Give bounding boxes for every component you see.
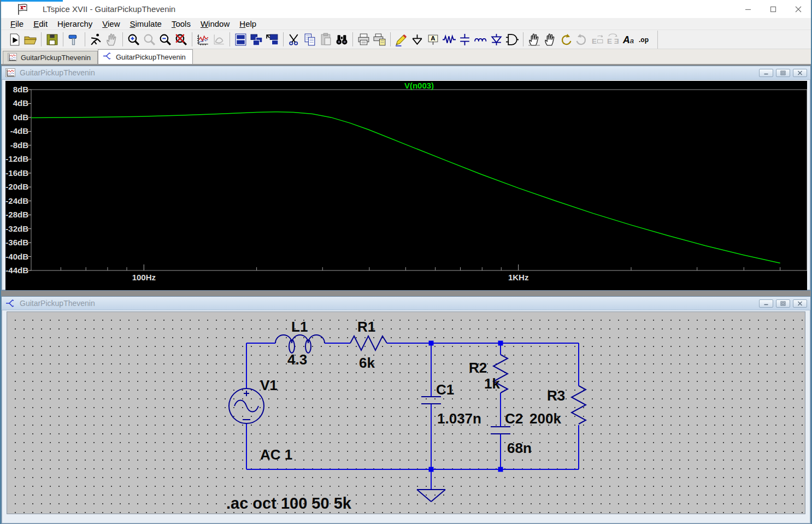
ltspice-logo-icon <box>16 3 30 16</box>
ground-icon[interactable] <box>409 32 425 48</box>
open-folder-icon[interactable] <box>22 32 38 48</box>
label-R3-value[interactable]: 200k <box>529 410 561 427</box>
window-title: LTspice XVII - GuitarPickupThevenin <box>43 4 175 14</box>
y-axis-tick-label: -8dB <box>5 140 28 150</box>
tab-bar: GuitarPickupTheveninGuitarPickupThevenin <box>1 49 811 64</box>
toolbar-separator <box>122 32 123 46</box>
plot-pane-icon <box>211 32 227 48</box>
schematic-canvas[interactable]: L1 4.3 R1 6k V1 AC 1 C1 1.037n R2 1k C2 … <box>7 311 805 514</box>
zoom-full-extents-icon[interactable] <box>173 32 189 48</box>
label-C2-ref[interactable]: C2 <box>505 410 523 427</box>
plot-close-button[interactable] <box>793 69 807 77</box>
svg-text:E Ǝ: E Ǝ <box>607 37 619 45</box>
trace-label[interactable]: V(n003) <box>31 81 807 90</box>
y-axis-tick-label: -12dB <box>5 154 28 163</box>
drag-icon[interactable] <box>542 32 558 48</box>
zoom-fit-icon <box>142 32 157 48</box>
menu-hierarchy[interactable]: Hierarchy <box>52 18 97 30</box>
print-icon[interactable] <box>356 32 372 48</box>
label-C1-ref[interactable]: C1 <box>436 381 454 398</box>
undo-icon[interactable] <box>558 32 574 48</box>
maximize-button[interactable] <box>761 0 786 18</box>
wire-icon[interactable] <box>393 32 409 48</box>
trace-V(n003) <box>31 112 780 263</box>
plot-restore-button[interactable] <box>776 69 790 77</box>
waveform-window-titlebar[interactable]: GuitarPickupThevenin <box>2 66 810 80</box>
run-icon[interactable] <box>88 32 104 48</box>
waveform-window-title: GuitarPickupThevenin <box>20 68 95 77</box>
resistor-icon[interactable] <box>441 32 457 48</box>
component-icon[interactable] <box>504 32 520 48</box>
schem-close-button[interactable] <box>793 299 807 308</box>
toolbar-separator <box>85 32 85 46</box>
label-V1-ref[interactable]: V1 <box>260 377 278 394</box>
bode-plot[interactable] <box>5 81 807 290</box>
svg-text:A: A <box>431 35 435 42</box>
waveform-window-icon <box>5 68 15 77</box>
label-L1-ref[interactable]: L1 <box>291 319 308 335</box>
cascade-icon[interactable] <box>264 32 280 48</box>
tile-horizontal-icon[interactable] <box>233 32 249 48</box>
toolbar: AEE ƎAa.op <box>1 30 811 49</box>
y-axis-tick-label: -36dB <box>5 238 28 247</box>
label-R1-ref[interactable]: R1 <box>357 319 375 335</box>
plot-settings-icon[interactable] <box>195 32 211 48</box>
label-R2-value[interactable]: 1k <box>484 375 500 392</box>
waveform-plot-area[interactable]: V(n003) 8dB4dB0dB-4dB-8dB-12dB-16dB-20dB… <box>5 81 807 290</box>
svg-text:A: A <box>622 34 630 45</box>
schem-restore-button[interactable] <box>776 299 790 308</box>
capacitor-icon[interactable] <box>457 32 473 48</box>
menu-bar: FileEditHierarchyViewSimulateToolsWindow… <box>1 18 811 30</box>
label-L1-value[interactable]: 4.3 <box>287 351 307 368</box>
cut-icon[interactable] <box>286 32 302 48</box>
move-icon[interactable] <box>526 32 542 48</box>
ltspice-main-window: LTspice XVII - GuitarPickupThevenin File… <box>0 0 812 524</box>
label-R3-ref[interactable]: R3 <box>547 387 565 404</box>
toolbar-separator <box>352 32 353 46</box>
diode-icon[interactable] <box>489 32 504 48</box>
minimize-button[interactable] <box>735 0 761 18</box>
label-C2-value[interactable]: 68n <box>507 440 532 457</box>
schematic-window-icon <box>5 299 15 308</box>
svg-text:a: a <box>630 36 634 44</box>
text-icon[interactable]: Aa <box>621 32 637 48</box>
tab-waveform[interactable]: GuitarPickupThevenin <box>3 51 98 64</box>
menu-window[interactable]: Window <box>196 18 234 30</box>
spice-directive-text[interactable]: .ac oct 100 50 5k <box>226 494 351 513</box>
paste-icon <box>318 32 334 48</box>
schem-minimize-button[interactable] <box>759 299 773 308</box>
y-axis-tick-label: -40dB <box>5 252 28 261</box>
copy-icon[interactable] <box>302 32 318 48</box>
y-axis-tick-label: -4dB <box>5 126 28 136</box>
redo-icon <box>574 32 590 48</box>
menu-edit[interactable]: Edit <box>28 18 52 30</box>
menu-simulate[interactable]: Simulate <box>125 18 167 30</box>
label-V1-value[interactable]: AC 1 <box>260 446 292 463</box>
run-file-icon[interactable] <box>7 32 22 48</box>
find-icon[interactable] <box>334 32 350 48</box>
schematic-window-titlebar[interactable]: GuitarPickupThevenin <box>2 297 810 310</box>
control-panel-icon[interactable] <box>66 32 82 48</box>
label-C1-value[interactable]: 1.037n <box>437 410 481 427</box>
net-label-icon[interactable]: A <box>425 32 441 48</box>
menu-view[interactable]: View <box>97 18 125 30</box>
menu-file[interactable]: File <box>5 18 28 30</box>
tile-vertical-icon[interactable] <box>249 32 264 48</box>
inductor-L1-symbol <box>275 335 325 343</box>
zoom-out-icon[interactable] <box>157 32 173 48</box>
accent-strip <box>1 0 63 2</box>
plot-minimize-button[interactable] <box>759 69 773 77</box>
label-R1-value[interactable]: 6k <box>359 355 375 372</box>
menu-tools[interactable]: Tools <box>167 18 196 30</box>
inductor-icon[interactable] <box>473 32 489 48</box>
spice-directive-icon[interactable]: .op <box>637 32 653 48</box>
close-button[interactable] <box>786 0 811 18</box>
label-R2-ref[interactable]: R2 <box>469 360 487 376</box>
menu-help[interactable]: Help <box>234 18 261 30</box>
tab-schematic[interactable]: GuitarPickupThevenin <box>98 49 193 64</box>
y-axis-tick-label: -20dB <box>5 182 28 191</box>
print-preview-icon[interactable] <box>372 32 387 48</box>
zoom-in-icon[interactable] <box>126 32 142 48</box>
x-axis-tick-label: 100Hz <box>132 273 156 282</box>
save-icon[interactable] <box>44 32 60 48</box>
